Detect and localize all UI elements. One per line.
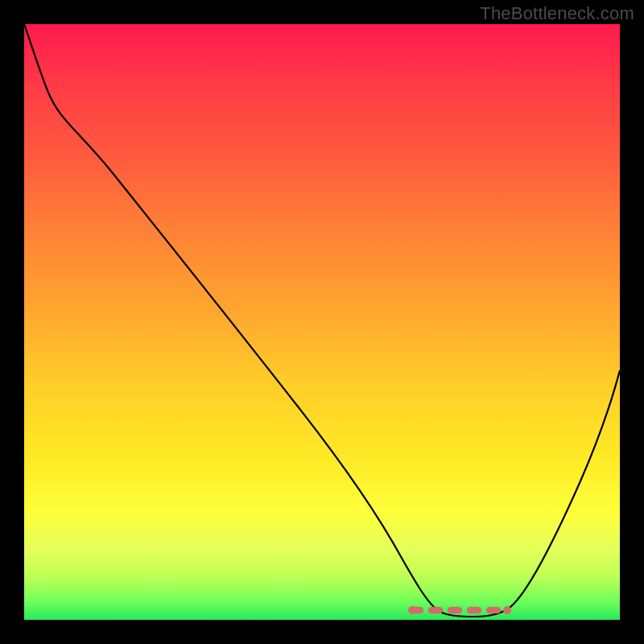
- bottleneck-curve: [24, 24, 620, 617]
- chart-frame: TheBottleneck.com: [0, 0, 644, 644]
- watermark-text: TheBottleneck.com: [480, 3, 634, 24]
- plot-area: [24, 24, 620, 620]
- chart-overlay: [24, 24, 620, 620]
- valley-accent-right-dot: [503, 606, 511, 614]
- valley-accent-left-dot: [408, 606, 416, 614]
